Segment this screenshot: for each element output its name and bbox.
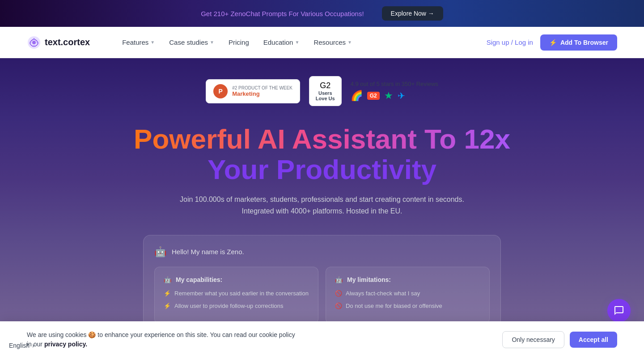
cookie-banner: We are using cookies 🍪 to enhance your e… [0,321,644,358]
nav-case-studies[interactable]: Case studies ▼ [164,35,220,50]
capterra-logo: 🌈 [351,90,363,102]
limitations-title: 🤖 My limitations: [335,276,480,283]
review-logos: 🌈 G2 ★ ✈ [351,90,438,102]
add-to-browser-button[interactable]: ⚡ Add To Browser [540,34,617,51]
hero-title-line2: Your Productivity [134,154,510,185]
explore-now-button[interactable]: Explore Now → [382,6,443,21]
capabilities-card: 🤖 My capabilities: ⚡ Remember what you s… [154,267,318,324]
limitation-item-2: 🚫 Do not use me for biased or offensive [335,302,480,310]
svg-point-3 [37,42,38,43]
privacy-policy-link[interactable]: privacy policy. [44,341,87,348]
hero-section: P #2 PRODUCT OF THE WEEK Marketing G2 Us… [0,58,644,358]
capability-2-icon: ⚡ [164,302,171,310]
svg-point-4 [33,45,35,47]
nav-actions: Sign up / Log in ⚡ Add To Browser [487,34,617,51]
svg-point-1 [32,41,36,44]
cookie-actions: Only necessary Accept all [502,331,617,348]
top-banner: Get 210+ ZenoChat Prompts For Various Oc… [0,0,644,27]
nav-links: Features ▼ Case studies ▼ Pricing Educat… [117,35,469,50]
hero-title: Powerful AI Assistant To 12x Your Produc… [134,124,510,185]
stars-section: 4.9 out of 5 stars in 350+ Reviews 🌈 G2 … [351,81,438,102]
nav-features[interactable]: Features ▼ [117,35,160,50]
chat-cards: 🤖 My capabilities: ⚡ Remember what you s… [154,267,490,324]
nav-pricing[interactable]: Pricing [223,35,254,50]
hero-subtitle: Join 100.000s of marketers, students, pr… [180,194,464,217]
sign-in-link[interactable]: Sign up / Log in [487,38,533,46]
capabilities-title: 🤖 My capabilities: [164,276,309,283]
logo-text: text.cortex [45,37,90,47]
capabilities-icon: 🤖 [164,276,171,283]
trustpilot-star: ★ [384,90,393,102]
only-necessary-button[interactable]: Only necessary [502,331,564,348]
capability-item-1: ⚡ Remember what you said earlier in the … [164,290,309,298]
social-proof: P #2 PRODUCT OF THE WEEK Marketing G2 Us… [206,76,438,106]
limitation-1-icon: 🚫 [335,290,342,298]
limitation-2-icon: 🚫 [335,302,342,310]
education-chevron-icon: ▼ [295,40,299,45]
chat-fab-icon [614,305,624,316]
language-chevron-icon: › [32,342,34,349]
ph-text-block: #2 PRODUCT OF THE WEEK Marketing [232,85,292,97]
capability-item-2: ⚡ Allow user to provide follow-up correc… [164,302,309,310]
chat-fab-button[interactable] [607,299,631,322]
capability-1-icon: ⚡ [164,290,171,298]
resources-chevron-icon: ▼ [347,40,352,45]
accept-all-button[interactable]: Accept all [570,332,617,348]
svg-point-2 [33,38,35,40]
banner-text: Get 210+ ZenoChat Prompts For Various Oc… [201,10,364,17]
users-love-badge: G2 Users Love Us [309,76,342,106]
case-studies-chevron-icon: ▼ [210,40,214,45]
getapp-logo: ✈ [398,90,405,101]
limitation-item-1: 🚫 Always fact-check what I say [335,290,480,298]
zeno-avatar-icon: 🤖 [154,246,166,258]
logo-icon [27,35,41,50]
add-browser-icon: ⚡ [549,39,557,46]
limitations-card: 🤖 My limitations: 🚫 Always fact-check wh… [326,267,490,324]
product-hunt-badge: P #2 PRODUCT OF THE WEEK Marketing [206,79,300,103]
svg-point-5 [30,42,31,43]
g2-icon: G2 [316,81,335,90]
chat-intro: 🤖 Hello! My name is Zeno. [154,246,490,258]
language-selector[interactable]: English › [9,342,34,349]
logo[interactable]: text.cortex [27,35,90,50]
features-chevron-icon: ▼ [150,40,155,45]
cookie-text: We are using cookies 🍪 to enhance your e… [27,330,295,349]
nav-resources[interactable]: Resources ▼ [308,35,357,50]
language-label: English [9,342,30,349]
stars-rating: 4.9 out of 5 stars in 350+ Reviews [351,81,438,87]
chat-demo: 🤖 Hello! My name is Zeno. 🤖 My capabilit… [143,235,501,335]
g2-badge: G2 [367,92,380,100]
ph-icon: P [213,84,228,98]
nav-education[interactable]: Education ▼ [258,35,305,50]
navbar: text.cortex Features ▼ Case studies ▼ Pr… [0,27,644,58]
hero-title-line1: Powerful AI Assistant To 12x [134,124,510,154]
limitations-icon: 🤖 [335,276,343,283]
